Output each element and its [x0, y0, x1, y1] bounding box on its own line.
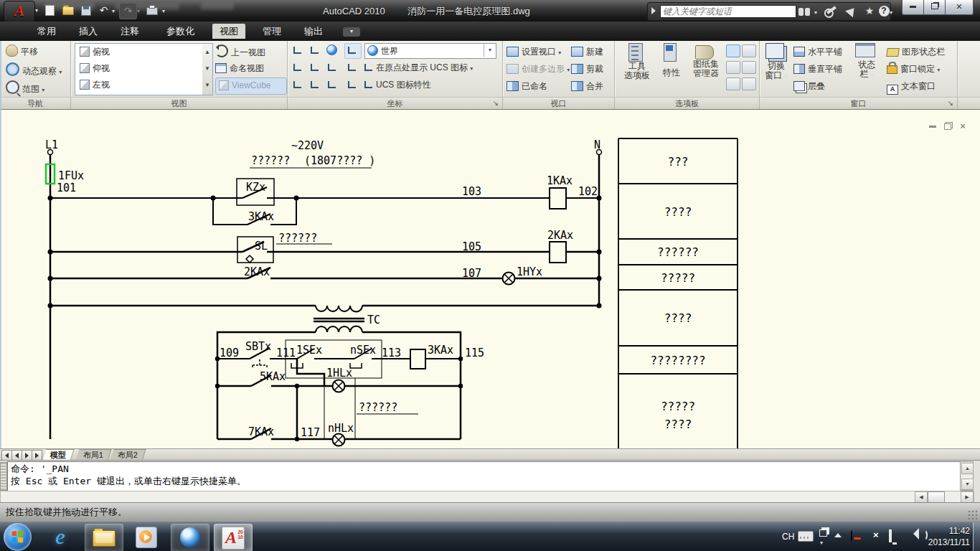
tab-output[interactable]: 输出: [297, 24, 330, 39]
search-button[interactable]: [796, 4, 813, 18]
status-bar-toggle-button[interactable]: 状态栏 ▾: [851, 43, 882, 80]
ucs-icon-properties-button[interactable]: UCS 图标特性: [363, 77, 431, 92]
named-views-button[interactable]: 命名视图: [215, 61, 264, 75]
ucs-y-button[interactable]: [307, 60, 324, 76]
view-list-item-left[interactable]: 左视: [75, 77, 203, 93]
start-button[interactable]: [4, 523, 32, 551]
undo-button[interactable]: ↶: [95, 3, 112, 18]
language-options-dropdown-icon[interactable]: ▾: [820, 540, 823, 546]
tab-model[interactable]: 模型: [42, 449, 74, 461]
ribbon-minimize-dropdown[interactable]: ▾: [343, 27, 360, 37]
language-indicator[interactable]: CH: [782, 532, 794, 542]
subscription-button[interactable]: [823, 4, 840, 18]
command-line-palette-button[interactable]: [726, 44, 740, 57]
pan-button[interactable]: 平移: [6, 44, 38, 59]
search-input[interactable]: [660, 5, 796, 18]
window-lock-button[interactable]: 窗口锁定 ▾: [887, 62, 940, 76]
view-list-scrollbar[interactable]: ▲ ▼ ▼: [202, 43, 213, 95]
keyboard-layout-icon[interactable]: [798, 531, 814, 542]
ucs-face-button[interactable]: [307, 77, 324, 93]
infocenter-collapse-icon[interactable]: [651, 7, 656, 14]
scroll-more-icon[interactable]: ▼: [202, 77, 212, 93]
tab-insert[interactable]: 插入: [72, 24, 105, 39]
undo-dropdown-icon[interactable]: ▾: [112, 8, 115, 14]
panel-launcher-icon[interactable]: ↘: [948, 98, 953, 109]
viewport-join-button[interactable]: 合并: [571, 79, 603, 93]
viewport-clip-button[interactable]: 剪裁: [571, 62, 603, 76]
qq-tray-icon[interactable]: [851, 530, 852, 542]
ucs-z-button[interactable]: [324, 60, 341, 76]
taskbar-ie-button[interactable]: e: [42, 524, 79, 550]
save-button[interactable]: [77, 3, 94, 18]
close-button[interactable]: ×: [945, 0, 974, 15]
command-window-grip[interactable]: [0, 462, 7, 491]
combo-dropdown-icon[interactable]: ▾: [484, 44, 496, 57]
tool-palettes-button[interactable]: 工具选项板: [620, 43, 654, 80]
communication-center-button[interactable]: [843, 4, 860, 18]
ucs-world-button[interactable]: [324, 43, 341, 59]
orbit-button[interactable]: 动态观察 ▾: [6, 62, 62, 77]
viewport-polygonal-button[interactable]: 创建多边形 ▾: [507, 62, 570, 76]
application-menu-button[interactable]: A: [4, 1, 35, 22]
switch-windows-button[interactable]: 切换窗口 ▾: [762, 43, 791, 81]
markup-set-button[interactable]: [726, 61, 740, 74]
taskbar-media-player-button[interactable]: [128, 524, 165, 550]
drawing-minimize-button[interactable]: [927, 122, 938, 131]
restore-button[interactable]: [923, 0, 946, 15]
panel-launcher-icon[interactable]: ↘: [493, 98, 499, 109]
tile-vertical-button[interactable]: 垂直平铺: [793, 62, 842, 76]
app-menu-dropdown-icon[interactable]: ▾: [35, 7, 38, 14]
previous-view-button[interactable]: 上一视图: [215, 44, 265, 59]
external-references-button[interactable]: [742, 44, 756, 57]
language-bar-restore-icon[interactable]: [819, 529, 827, 537]
scroll-right-icon[interactable]: ▶: [961, 491, 974, 503]
drawing-status-bar-button[interactable]: 图形状态栏: [887, 44, 945, 59]
properties-palette-button[interactable]: 特性: [657, 43, 686, 77]
view-list-item-bottom[interactable]: 仰视: [75, 60, 203, 77]
redo-button[interactable]: ↷: [119, 3, 137, 19]
view-list-item-top[interactable]: 俯视: [75, 44, 203, 60]
quickcalc-button[interactable]: [742, 61, 756, 74]
viewport-new-button[interactable]: 新建: [571, 44, 603, 59]
zoom-extents-button[interactable]: 范围 ▾: [6, 80, 44, 95]
scroll-down-icon[interactable]: ▼: [202, 60, 212, 77]
help-dropdown-icon[interactable]: ▾: [890, 9, 892, 16]
drawing-restore-button[interactable]: [942, 122, 953, 131]
redo-dropdown-icon[interactable]: ▾: [137, 8, 140, 14]
ucs-previous-button[interactable]: [344, 43, 362, 59]
scroll-up-icon[interactable]: ▲: [961, 463, 974, 474]
ucs-button[interactable]: [290, 43, 307, 59]
taskbar-autocad-button[interactable]: A2010: [214, 524, 253, 551]
ucs-view-button[interactable]: [324, 77, 341, 93]
print-button[interactable]: [143, 3, 160, 18]
drawing-close-button[interactable]: ×: [957, 122, 969, 131]
search-dropdown-icon[interactable]: ▾: [814, 9, 817, 16]
view-list[interactable]: 俯视 仰视 左视: [75, 43, 204, 95]
qat-customize-dropdown-icon[interactable]: ▾: [162, 8, 165, 14]
tab-layout2[interactable]: 布局2: [110, 449, 146, 461]
cascade-button[interactable]: 层叠: [793, 79, 825, 93]
ucs-x-button[interactable]: [290, 60, 307, 76]
new-button[interactable]: [42, 3, 58, 18]
visual-styles-button[interactable]: [742, 77, 756, 90]
ucs-named-button[interactable]: [307, 43, 324, 59]
viewport-named-button[interactable]: 已命名: [507, 79, 547, 93]
taskbar-clock[interactable]: 11:42 2013/11/11: [928, 525, 970, 548]
taskbar-browser-button[interactable]: [171, 524, 209, 551]
text-window-button[interactable]: A文本窗口: [887, 79, 936, 93]
scroll-left-icon[interactable]: ◀: [915, 491, 928, 503]
tab-parametric[interactable]: 参数化: [159, 24, 202, 39]
taskbar-explorer-button[interactable]: [85, 524, 123, 551]
tab-layout1[interactable]: 布局1: [75, 449, 111, 461]
designcenter-button[interactable]: [726, 77, 740, 90]
command-input[interactable]: 命令: '_PAN 按 Esc 或 Enter 键退出，或单击右键显示快捷菜单。: [7, 461, 966, 492]
tray-overflow-icon[interactable]: [834, 533, 842, 537]
resize-grip[interactable]: [968, 510, 978, 520]
viewport-set-button[interactable]: 设置视口 ▾: [507, 44, 561, 59]
help-button[interactable]: ?: [877, 4, 890, 18]
open-button[interactable]: [60, 3, 76, 18]
ucs-object-button[interactable]: [290, 77, 307, 93]
ucs-zaxis-button[interactable]: [344, 60, 362, 76]
ucs-combo[interactable]: 世界 ▾: [364, 43, 496, 59]
tile-horizontal-button[interactable]: 水平平铺: [793, 44, 842, 59]
